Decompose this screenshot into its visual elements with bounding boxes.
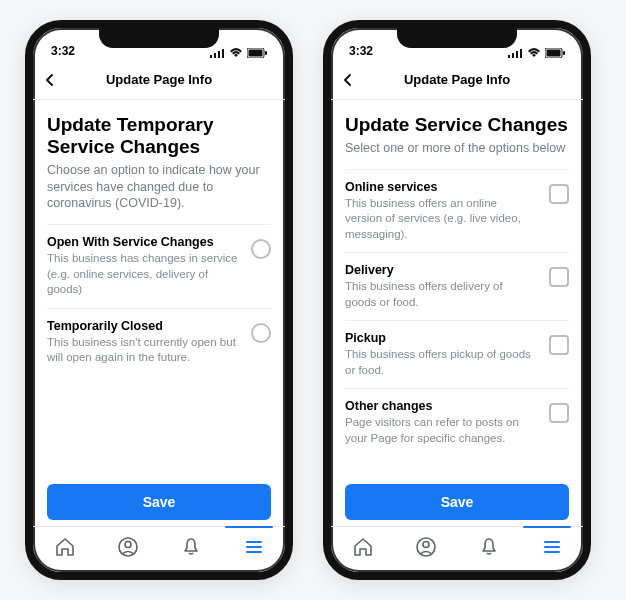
status-icons <box>508 48 565 58</box>
option-desc: This business offers an online version o… <box>345 196 537 243</box>
svg-rect-13 <box>512 53 514 58</box>
option-title: Delivery <box>345 263 537 277</box>
checkbox-input[interactable] <box>549 403 569 423</box>
battery-icon <box>247 48 267 58</box>
checkbox-input[interactable] <box>549 267 569 287</box>
tabbar <box>33 526 285 572</box>
svg-rect-3 <box>222 49 224 58</box>
option-text: Open With Service Changes This business … <box>47 235 239 298</box>
tab-profile[interactable] <box>104 536 152 558</box>
tab-menu[interactable] <box>528 536 576 558</box>
checkbox-input[interactable] <box>549 184 569 204</box>
tab-menu[interactable] <box>230 536 278 558</box>
status-icons <box>210 48 267 58</box>
home-icon <box>54 536 76 558</box>
bell-icon <box>478 536 500 558</box>
svg-rect-2 <box>218 51 220 58</box>
option-online-services[interactable]: Online services This business offers an … <box>345 169 569 253</box>
tabbar <box>331 526 583 572</box>
option-pickup[interactable]: Pickup This business offers pickup of go… <box>345 320 569 388</box>
notch <box>397 26 517 48</box>
option-title: Temporarily Closed <box>47 319 239 333</box>
radio-input[interactable] <box>251 323 271 343</box>
option-desc: This business offers delivery of goods o… <box>345 279 537 310</box>
option-open-with-service-changes[interactable]: Open With Service Changes This business … <box>47 224 271 308</box>
notch <box>99 26 219 48</box>
battery-icon <box>545 48 565 58</box>
active-tab-indicator <box>225 526 273 528</box>
svg-rect-6 <box>249 50 263 57</box>
navbar: Update Page Info <box>33 60 285 100</box>
page-subtitle: Choose an option to indicate how your se… <box>47 162 271 213</box>
signal-icon <box>210 48 225 58</box>
option-other-changes[interactable]: Other changes Page visitors can refer to… <box>345 388 569 456</box>
option-desc: Page visitors can refer to posts on your… <box>345 415 537 446</box>
svg-point-20 <box>423 541 429 547</box>
option-title: Other changes <box>345 399 537 413</box>
option-text: Other changes Page visitors can refer to… <box>345 399 537 446</box>
wifi-icon <box>527 48 541 58</box>
bell-icon <box>180 536 202 558</box>
svg-rect-14 <box>516 51 518 58</box>
menu-icon <box>243 536 265 558</box>
tab-home[interactable] <box>41 536 89 558</box>
tab-notifications[interactable] <box>465 536 513 558</box>
option-desc: This business offers pickup of goods or … <box>345 347 537 378</box>
back-button[interactable] <box>341 73 355 87</box>
option-title: Online services <box>345 180 537 194</box>
save-button[interactable]: Save <box>345 484 569 520</box>
option-title: Open With Service Changes <box>47 235 239 249</box>
svg-rect-18 <box>547 50 561 57</box>
page-title: Update Service Changes <box>345 114 569 136</box>
option-text: Temporarily Closed This business isn't c… <box>47 319 239 366</box>
option-text: Online services This business offers an … <box>345 180 537 243</box>
chevron-left-icon <box>43 73 57 87</box>
active-tab-indicator <box>523 526 571 528</box>
svg-rect-5 <box>265 51 267 55</box>
back-button[interactable] <box>43 73 57 87</box>
option-temporarily-closed[interactable]: Temporarily Closed This business isn't c… <box>47 308 271 376</box>
signal-icon <box>508 48 523 58</box>
option-title: Pickup <box>345 331 537 345</box>
svg-rect-0 <box>210 55 212 58</box>
svg-rect-15 <box>520 49 522 58</box>
option-text: Delivery This business offers delivery o… <box>345 263 537 310</box>
svg-rect-1 <box>214 53 216 58</box>
radio-input[interactable] <box>251 239 271 259</box>
nav-title: Update Page Info <box>106 72 212 87</box>
navbar: Update Page Info <box>331 60 583 100</box>
status-time: 3:32 <box>51 44 75 58</box>
status-time: 3:32 <box>349 44 373 58</box>
phone-right: 3:32 Update Page Info Update Service Cha… <box>323 20 591 580</box>
svg-point-8 <box>125 541 131 547</box>
user-circle-icon <box>415 536 437 558</box>
tab-profile[interactable] <box>402 536 450 558</box>
page-title: Update Temporary Service Changes <box>47 114 271 158</box>
svg-rect-12 <box>508 55 510 58</box>
phone-left: 3:32 Update Page Info Update Temporary S… <box>25 20 293 580</box>
nav-title: Update Page Info <box>404 72 510 87</box>
home-icon <box>352 536 374 558</box>
wifi-icon <box>229 48 243 58</box>
checkbox-input[interactable] <box>549 335 569 355</box>
svg-rect-17 <box>563 51 565 55</box>
save-button[interactable]: Save <box>47 484 271 520</box>
option-text: Pickup This business offers pickup of go… <box>345 331 537 378</box>
chevron-left-icon <box>341 73 355 87</box>
page-subtitle: Select one or more of the options below <box>345 140 569 157</box>
content: Update Service Changes Select one or mor… <box>331 100 583 476</box>
option-desc: This business isn't currently open but w… <box>47 335 239 366</box>
option-desc: This business has changes in service (e.… <box>47 251 239 298</box>
user-circle-icon <box>117 536 139 558</box>
content: Update Temporary Service Changes Choose … <box>33 100 285 476</box>
option-delivery[interactable]: Delivery This business offers delivery o… <box>345 252 569 320</box>
menu-icon <box>541 536 563 558</box>
tab-notifications[interactable] <box>167 536 215 558</box>
tab-home[interactable] <box>339 536 387 558</box>
